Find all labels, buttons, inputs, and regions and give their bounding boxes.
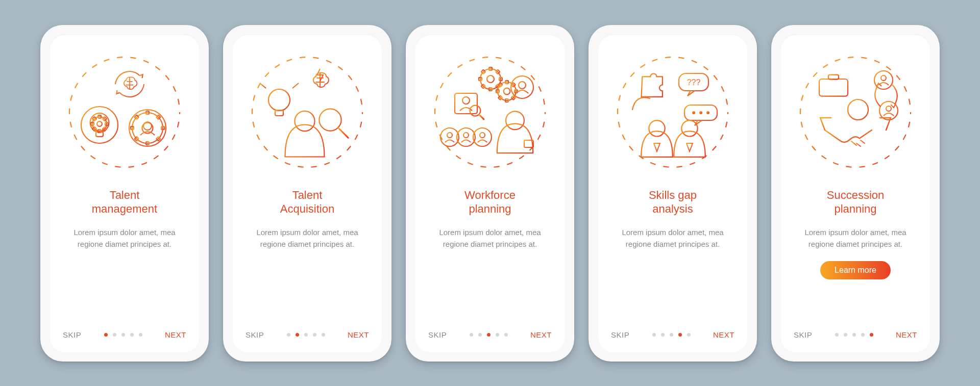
svg-point-34	[295, 111, 314, 131]
pager-dot[interactable]	[496, 333, 499, 337]
onboarding-screen: ??? Skills gap analysis Lorem ipsum dolo…	[598, 34, 748, 352]
pager-dot[interactable]	[835, 333, 839, 337]
svg-point-27	[252, 57, 362, 167]
svg-point-84	[649, 120, 665, 136]
svg-point-75	[506, 111, 524, 130]
pager-dots	[104, 333, 142, 337]
onboarding-screen: Talent management Lorem ipsum dolor amet…	[50, 34, 200, 352]
next-button[interactable]: NEXT	[348, 330, 369, 339]
next-button[interactable]: NEXT	[530, 330, 552, 339]
pager-dot[interactable]	[104, 333, 108, 337]
skip-button[interactable]: SKIP	[246, 330, 264, 339]
svg-point-35	[319, 109, 341, 131]
pager-dots	[835, 333, 873, 337]
next-button[interactable]: NEXT	[896, 330, 917, 339]
pager-dot[interactable]	[322, 333, 325, 337]
svg-point-96	[881, 75, 886, 81]
workforce-planning-icon	[431, 54, 549, 171]
svg-point-74	[480, 133, 485, 138]
pager-dot[interactable]	[844, 333, 847, 337]
skip-button[interactable]: SKIP	[428, 330, 447, 339]
svg-point-72	[447, 133, 452, 138]
phone-mockup-1: Talent management Lorem ipsum dolor amet…	[40, 25, 209, 362]
svg-text:???: ???	[687, 78, 701, 87]
onboarding-screen: Workforce planning Lorem ipsum dolor ame…	[415, 34, 565, 352]
pager-dot[interactable]	[870, 333, 873, 337]
pager-dot[interactable]	[304, 333, 308, 337]
pager-dot[interactable]	[121, 333, 125, 337]
svg-line-33	[292, 83, 299, 88]
skip-button[interactable]: SKIP	[794, 330, 812, 339]
pager-dot[interactable]	[296, 333, 299, 337]
pager-dot[interactable]	[678, 333, 682, 337]
onboarding-footer: SKIP NEXT	[794, 330, 917, 339]
phone-mockup-5: Succession planning Lorem ipsum dolor am…	[771, 25, 940, 362]
succession-planning-icon	[797, 54, 914, 171]
pager-dot[interactable]	[287, 333, 290, 337]
screen-title: Workforce planning	[464, 188, 516, 216]
pager-dot[interactable]	[687, 333, 691, 337]
screen-title: Succession planning	[827, 188, 885, 216]
svg-point-6	[97, 121, 102, 126]
phone-mockup-2: Talent Acquisition Lorem ipsum dolor ame…	[223, 25, 391, 362]
svg-point-48	[498, 82, 516, 100]
screen-title: Talent Acquisition	[280, 188, 334, 216]
svg-point-58	[511, 76, 533, 98]
svg-point-86	[681, 120, 697, 136]
screen-description: Lorem ipsum dolor amet, mea regione diam…	[249, 226, 366, 250]
svg-point-82	[699, 111, 702, 114]
pager-dot[interactable]	[861, 333, 865, 337]
svg-point-81	[692, 111, 695, 114]
svg-line-36	[338, 128, 348, 138]
onboarding-footer: SKIP NEXT	[246, 330, 369, 339]
pager-dot[interactable]	[652, 333, 656, 337]
screen-title: Talent management	[92, 188, 157, 216]
svg-point-15	[129, 110, 166, 146]
svg-point-73	[463, 133, 469, 138]
pager-dot[interactable]	[852, 333, 856, 337]
svg-point-39	[487, 75, 494, 83]
pager-dot[interactable]	[478, 333, 482, 337]
svg-point-38	[480, 69, 501, 89]
pager-dot[interactable]	[670, 333, 673, 337]
next-button[interactable]: NEXT	[165, 330, 186, 339]
onboarding-screen: Succession planning Lorem ipsum dolor am…	[780, 34, 930, 352]
pager-dot[interactable]	[487, 333, 491, 337]
svg-point-16	[132, 113, 163, 143]
screen-description: Lorem ipsum dolor amet, mea regione diam…	[431, 226, 549, 250]
svg-line-32	[260, 83, 266, 88]
svg-point-59	[519, 82, 526, 89]
svg-point-88	[800, 57, 911, 167]
screen-description: Lorem ipsum dolor amet, mea regione diam…	[614, 226, 731, 250]
onboarding-footer: SKIP NEXT	[63, 330, 186, 339]
pager-dot[interactable]	[470, 333, 473, 337]
onboarding-screen: Talent Acquisition Lorem ipsum dolor ame…	[232, 34, 382, 352]
svg-rect-89	[819, 79, 848, 96]
svg-point-28	[268, 89, 290, 111]
phone-mockup-3: Workforce planning Lorem ipsum dolor ame…	[406, 25, 574, 362]
skills-gap-icon: ???	[614, 54, 731, 171]
skip-button[interactable]: SKIP	[611, 330, 629, 339]
svg-point-61	[462, 97, 470, 104]
pager-dot[interactable]	[113, 333, 116, 337]
pager-dot[interactable]	[504, 333, 508, 337]
talent-management-icon	[66, 54, 183, 171]
skip-button[interactable]: SKIP	[63, 330, 81, 339]
screen-description: Lorem ipsum dolor amet, mea regione diam…	[66, 226, 183, 250]
pager-dot[interactable]	[130, 333, 134, 337]
next-button[interactable]: NEXT	[713, 330, 734, 339]
pager-dot[interactable]	[139, 333, 142, 337]
svg-point-83	[706, 111, 709, 114]
pager-dots	[470, 333, 508, 337]
svg-line-63	[479, 114, 484, 119]
screen-description: Lorem ipsum dolor amet, mea regione diam…	[797, 226, 914, 250]
talent-acquisition-icon	[249, 54, 366, 171]
pager-dot[interactable]	[661, 333, 665, 337]
onboarding-footer: SKIP NEXT	[428, 330, 552, 339]
learn-more-button[interactable]: Learn more	[820, 261, 891, 279]
svg-point-37	[435, 57, 545, 167]
pager-dot[interactable]	[313, 333, 316, 337]
pager-dots	[287, 333, 325, 337]
svg-point-49	[504, 88, 510, 94]
pager-dots	[652, 333, 691, 337]
